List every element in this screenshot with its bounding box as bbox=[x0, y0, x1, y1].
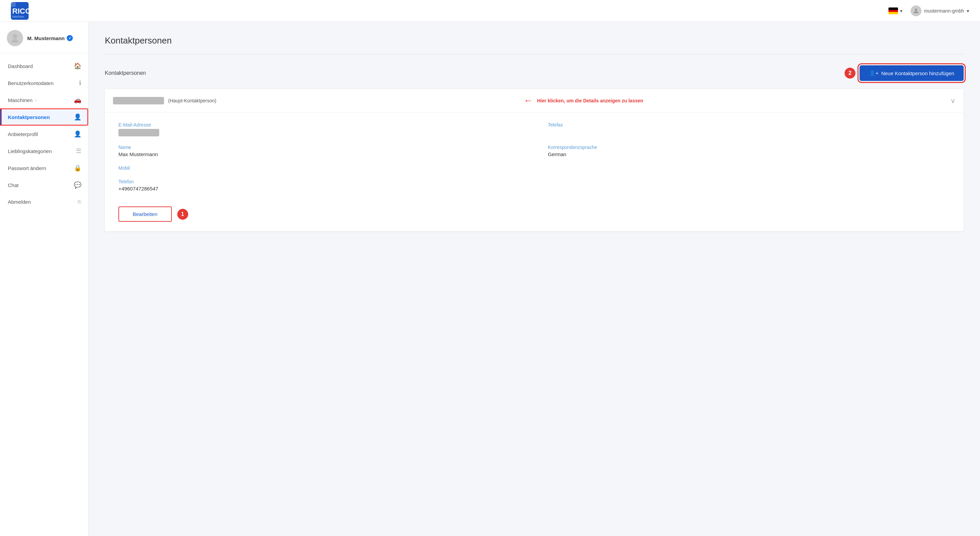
korrespondenz-label: Korrespondenzsprache bbox=[548, 144, 950, 150]
layout: M. Mustermann ✓ Dashboard 🏠 Benutzerkont… bbox=[0, 22, 980, 536]
sidebar-user: M. Mustermann ✓ bbox=[0, 22, 88, 53]
add-contact-button[interactable]: 👤+ Neue Kontaktperson hinzufügen bbox=[859, 65, 964, 81]
page-title: Kontaktpersonen bbox=[105, 35, 964, 46]
home-icon: 🏠 bbox=[74, 62, 81, 70]
divider bbox=[105, 54, 964, 54]
sidebar-item-chat[interactable]: Chat 💬 bbox=[0, 176, 88, 193]
haupt-label: (Haupt-Kontaktperson) bbox=[168, 98, 216, 103]
info-icon: ℹ bbox=[79, 79, 81, 87]
telefax-label: Telefax bbox=[548, 122, 950, 128]
badge-2: 2 bbox=[845, 68, 856, 79]
sidebar-item-kontaktpersonen[interactable]: Kontaktpersonen 👤 bbox=[0, 108, 88, 125]
section-header: Kontaktpersonen 2 👤+ Neue Kontaktperson … bbox=[105, 65, 964, 81]
svg-point-5 bbox=[13, 34, 17, 38]
list-icon: ☰ bbox=[76, 147, 81, 155]
sidebar-item-benutzerkontodaten[interactable]: Benutzerkontodaten ℹ bbox=[0, 75, 88, 92]
language-selector[interactable]: ▾ bbox=[888, 8, 902, 14]
contact-card-header[interactable]: (Haupt-Kontaktperson) ← Hier klicken, um… bbox=[105, 89, 964, 113]
svg-text:Machine: Machine bbox=[12, 15, 24, 18]
email-field-group: E-Mail-Adresse bbox=[118, 122, 520, 136]
sidebar-item-abmelden[interactable]: Abmelden ⎋ bbox=[0, 193, 88, 210]
header: RICO Machine ▾ mustermann-gmbh ▾ bbox=[0, 0, 980, 22]
telefon-label: Telefon bbox=[118, 179, 520, 184]
logo-icon: RICO Machine bbox=[11, 2, 29, 20]
telefon-field-group: Telefon +4960747286547 bbox=[118, 179, 520, 192]
german-value: German bbox=[548, 151, 950, 157]
sidebar-item-lieblingskategorien[interactable]: Lieblingskategorien ☰ bbox=[0, 143, 88, 160]
svg-text:RICO: RICO bbox=[12, 7, 29, 15]
header-right: ▾ mustermann-gmbh ▾ bbox=[888, 5, 969, 16]
edit-button[interactable]: Bearbeiten bbox=[118, 206, 172, 222]
car-icon: 🚗 bbox=[74, 96, 81, 104]
verified-badge: ✓ bbox=[67, 35, 73, 41]
user-avatar-small bbox=[911, 5, 921, 16]
german-flag bbox=[888, 8, 898, 14]
mobil-field-group: Mobil bbox=[118, 165, 520, 171]
arrow-left-icon: ← bbox=[523, 95, 533, 106]
annotation-text: Hier klicken, um die Details anzeigen zu… bbox=[537, 98, 643, 103]
sidebar-item-anbieterprofil[interactable]: Anbieterprofil 👤 bbox=[0, 125, 88, 143]
sidebar-item-maschinen[interactable]: Maschinen ‹ 🚗 bbox=[0, 92, 88, 108]
section-title: Kontaktpersonen bbox=[105, 70, 146, 76]
mobil-label: Mobil bbox=[118, 165, 520, 171]
logo: RICO Machine bbox=[11, 2, 29, 20]
name-value: Max Mustermann bbox=[118, 151, 520, 157]
contact-name-area: (Haupt-Kontaktperson) bbox=[113, 97, 216, 105]
user-menu[interactable]: mustermann-gmbh ▾ bbox=[911, 5, 969, 16]
email-value-blur bbox=[118, 129, 159, 136]
add-icon: 👤+ bbox=[869, 70, 878, 76]
svg-rect-3 bbox=[11, 2, 16, 7]
profile-icon: 👤 bbox=[74, 130, 81, 138]
name-label: Name bbox=[118, 144, 520, 150]
sidebar-item-passwort[interactable]: Passwort ändern 🔒 bbox=[0, 160, 88, 176]
sidebar: M. Mustermann ✓ Dashboard 🏠 Benutzerkont… bbox=[0, 22, 89, 536]
email-label: E-Mail-Adresse bbox=[118, 122, 520, 128]
contact-card: (Haupt-Kontaktperson) ← Hier klicken, um… bbox=[105, 89, 964, 231]
chat-icon: 💬 bbox=[74, 181, 81, 189]
lock-icon: 🔒 bbox=[74, 164, 81, 172]
badge-1: 1 bbox=[177, 209, 188, 220]
username-label: mustermann-gmbh bbox=[924, 8, 964, 14]
svg-point-4 bbox=[915, 8, 917, 11]
logout-icon: ⎋ bbox=[78, 198, 81, 205]
user-dropdown-arrow: ▾ bbox=[967, 8, 969, 14]
korrespondenz-field-group: Korrespondenzsprache German bbox=[548, 144, 950, 157]
sidebar-user-info: M. Mustermann ✓ bbox=[27, 35, 73, 41]
contact-icon: 👤 bbox=[74, 113, 81, 121]
sidebar-item-dashboard[interactable]: Dashboard 🏠 bbox=[0, 57, 88, 75]
contact-name-blur bbox=[113, 97, 164, 105]
sidebar-username: M. Mustermann ✓ bbox=[27, 35, 73, 41]
name-field-group: Name Max Mustermann bbox=[118, 144, 520, 157]
telefax-field-group: Telefax bbox=[548, 122, 950, 136]
add-button-area: 2 👤+ Neue Kontaktperson hinzufügen bbox=[845, 65, 964, 81]
main-content: Kontaktpersonen Kontaktpersonen 2 👤+ Neu… bbox=[89, 22, 980, 536]
chevron-down-icon: ∨ bbox=[950, 97, 956, 105]
lang-label: ▾ bbox=[900, 8, 902, 14]
chevron-left-icon: ‹ bbox=[35, 98, 37, 103]
telefon-value: +4960747286547 bbox=[118, 186, 520, 192]
avatar bbox=[7, 30, 23, 46]
contact-card-footer: Bearbeiten 1 bbox=[105, 201, 964, 231]
annotation-area: ← Hier klicken, um die Details anzeigen … bbox=[523, 95, 643, 106]
sidebar-nav: Dashboard 🏠 Benutzerkontodaten ℹ Maschin… bbox=[0, 53, 88, 536]
contact-card-body: E-Mail-Adresse Telefax Name Max Musterma… bbox=[105, 113, 964, 201]
